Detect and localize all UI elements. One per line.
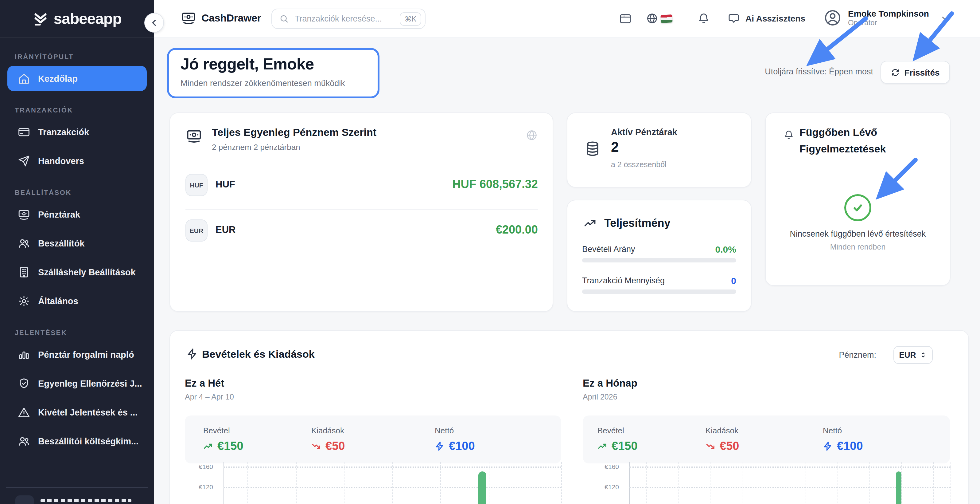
- send-icon: [18, 155, 30, 167]
- sidebar-item-altalanos[interactable]: Általános: [7, 288, 147, 313]
- currency-badge: EUR: [185, 219, 208, 242]
- sidebar-item-label: Beszállítói költségkim...: [38, 436, 138, 446]
- sidebar-item-label: Pénztár forgalmi napló: [38, 349, 134, 359]
- gridline-vertical: [296, 462, 297, 504]
- gridline-vertical: [678, 462, 679, 504]
- sidebar-item-label: Szálláshely Beállítások: [38, 267, 136, 277]
- chevron-down-icon: [940, 13, 949, 22]
- balance-card-title: Teljes Egyenleg Pénznem Szerint: [212, 127, 376, 139]
- sidebar-item-label: Egyenleg Ellenőrzési J...: [38, 378, 142, 388]
- gridline-vertical: [951, 462, 951, 504]
- sidebar-item-beszallitoi-koltsegkim[interactable]: Beszállítói költségkim...: [7, 428, 147, 454]
- row-divider: [185, 209, 538, 210]
- refresh-label: Frissítés: [904, 67, 939, 77]
- credit-card-icon: [18, 126, 30, 138]
- refresh-button[interactable]: Frissítés: [881, 61, 950, 84]
- currency-amount: HUF 608,567.32: [452, 178, 538, 191]
- gridline-vertical: [901, 462, 902, 504]
- gear-icon: [18, 295, 30, 307]
- bell-icon: [784, 130, 794, 140]
- pending-alerts-submessage: Minden rendben: [766, 243, 950, 251]
- active-drawers-subtitle: a 2 összesenből: [611, 160, 667, 169]
- sidebar-item-egyenleg-ellenorzesi[interactable]: Egyenleg Ellenőrzési J...: [7, 371, 147, 396]
- stat-label: Kiadások: [706, 426, 738, 435]
- zap-icon: [435, 441, 445, 451]
- bar-chart-icon: [18, 348, 30, 360]
- total-balance-card: Teljes Egyenleg Pénznem Szerint 2 pénzne…: [169, 112, 553, 312]
- pending-alerts-message: Nincsenek függőben lévő értesítések: [766, 229, 950, 238]
- currency-amount: €200.00: [496, 223, 538, 237]
- greeting-title: Jó reggelt, Emoke: [181, 55, 314, 74]
- sabeeapp-logo-icon: [33, 11, 49, 27]
- gridline-vertical: [838, 462, 838, 504]
- performance-title: Teljesítmény: [604, 217, 670, 230]
- chart-title: Ez a Hónap: [583, 377, 637, 389]
- sidebar-item-tranzakciok[interactable]: Tranzakciók: [7, 119, 147, 144]
- active-drawers-title: Aktív Pénztárak: [611, 127, 677, 137]
- cashdrawer-icon: [181, 10, 196, 25]
- gridline-vertical: [489, 462, 489, 504]
- user-role: Operator: [848, 18, 929, 27]
- greeting-subtitle: Minden rendszer zökkenőmentesen működik: [181, 79, 345, 88]
- language-button[interactable]: [642, 8, 675, 29]
- stat-value: €100: [449, 439, 475, 453]
- stat-label: Nettó: [823, 426, 842, 435]
- user-menu[interactable]: Emoke Tompkinson Operator: [823, 9, 949, 27]
- gridline-vertical: [247, 462, 248, 504]
- metric-progress-track: [582, 258, 736, 262]
- currency-label: EUR: [216, 224, 235, 235]
- y-axis-line: [224, 462, 224, 504]
- currency-select-value: EUR: [899, 350, 916, 360]
- trending-up-icon: [597, 441, 607, 451]
- currency-label: HUF: [216, 179, 235, 190]
- notifications-button[interactable]: [693, 8, 714, 29]
- sidebar-item-label: Általános: [38, 296, 78, 306]
- sidebar-section-label: IRÁNYÍTÓPULT: [15, 53, 139, 60]
- balance-card-subtitle: 2 pénznem 2 pénztárban: [212, 143, 300, 152]
- home-icon: [18, 72, 30, 85]
- sidebar-item-label: Handovers: [38, 156, 84, 166]
- search-kbd-shortcut: ⌘K: [400, 12, 421, 26]
- trending-down-icon: [311, 441, 321, 451]
- sidebar-item-szallashely-beallitasok[interactable]: Szálláshely Beállítások: [7, 259, 147, 285]
- gridline-vertical: [933, 462, 934, 504]
- gridline-160: [629, 467, 951, 468]
- users-icon: [18, 237, 30, 249]
- shield-check-icon: [18, 377, 30, 389]
- income-expenses-card: Bevételek és Kiadások Pénznem: EUR Ez a …: [169, 330, 969, 504]
- stat-value: €50: [720, 439, 739, 453]
- gridline-vertical: [537, 462, 537, 504]
- search-input[interactable]: [294, 14, 395, 24]
- sidebar-item-penztarak[interactable]: Pénztárak: [7, 202, 147, 227]
- sidebar-collapse-button[interactable]: [144, 13, 164, 33]
- stat-label: Bevétel: [597, 426, 624, 435]
- trending-up-icon: [203, 441, 213, 451]
- window-button[interactable]: [615, 8, 636, 29]
- ai-assistant-button[interactable]: Ai Asszisztens: [728, 12, 805, 25]
- bell-icon: [698, 12, 710, 25]
- gridline-vertical: [392, 462, 393, 504]
- building-icon: [18, 266, 30, 278]
- gridline-vertical: [440, 462, 441, 504]
- search-box[interactable]: ⌘K: [271, 9, 426, 29]
- gridline-vertical: [742, 462, 742, 504]
- currency-select[interactable]: EUR: [893, 346, 933, 364]
- app-logo[interactable]: sabeeapp: [0, 10, 154, 28]
- zap-icon: [186, 348, 198, 360]
- sidebar-item-penztar-forgalmi-naplo[interactable]: Pénztár forgalmi napló: [7, 342, 147, 367]
- window-icon: [619, 12, 632, 25]
- sidebar-item-kivetel-jelentesek[interactable]: Kivétel Jelentések és ...: [7, 400, 147, 425]
- user-name: Emoke Tompkinson: [848, 9, 929, 18]
- metric-label: Bevételi Arány: [582, 245, 635, 254]
- globe-icon: [526, 129, 538, 141]
- sidebar-footer-avatar-chip[interactable]: [15, 495, 34, 504]
- sidebar-item-handovers[interactable]: Handovers: [7, 148, 147, 173]
- sidebar-section-label: BEÁLLÍTÁSOK: [15, 189, 139, 196]
- sidebar-item-beszallitok[interactable]: Beszállítók: [7, 230, 147, 256]
- stat-label: Kiadások: [311, 426, 344, 435]
- active-drawers-value: 2: [611, 139, 619, 156]
- chart-stats-panel: Bevétel€150Kiadások€50Nettó€100: [185, 415, 561, 463]
- gridline-vertical: [806, 462, 806, 504]
- sidebar-item-kezdolap[interactable]: Kezdőlap: [7, 66, 147, 91]
- hungary-flag-icon: [660, 14, 672, 23]
